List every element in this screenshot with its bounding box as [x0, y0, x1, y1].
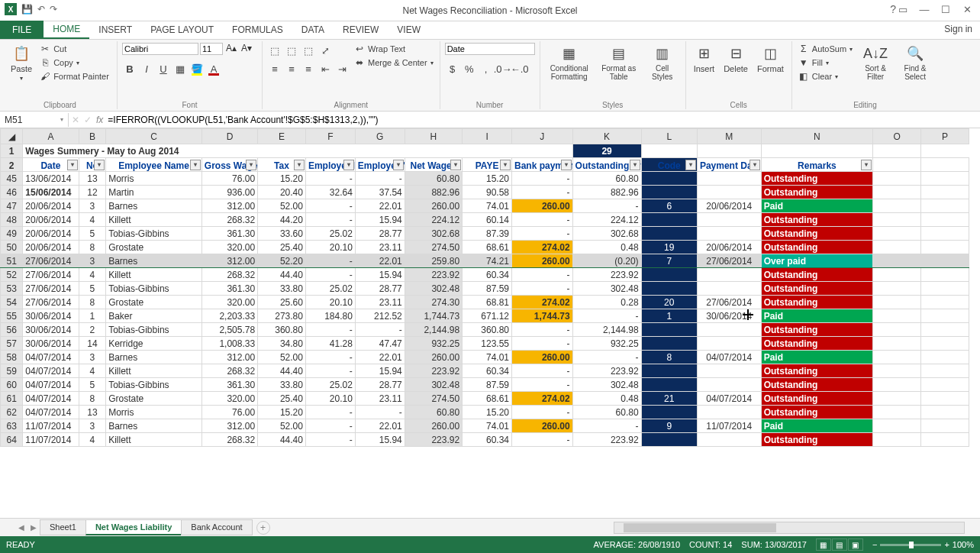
table-column-header[interactable]: PAYE▾ — [463, 158, 512, 172]
cell[interactable]: 33.80 — [258, 282, 306, 296]
cell[interactable]: 27/06/2014 — [697, 254, 761, 268]
table-column-header[interactable]: Code▾ — [641, 158, 697, 172]
table-row[interactable]: 4820/06/20144Killett268.3244.20-15.94224… — [1, 213, 969, 227]
italic-button[interactable]: I — [139, 61, 154, 76]
table-column-header[interactable]: Net Wages▾ — [405, 158, 462, 172]
cell[interactable]: 260.00 — [405, 351, 462, 364]
insert-cells-button[interactable]: ⊞Insert — [691, 43, 718, 75]
cell[interactable] — [873, 241, 921, 254]
cell[interactable]: - — [512, 406, 573, 419]
cell[interactable]: 13 — [79, 406, 106, 419]
cell[interactable]: 30/06/2014 — [697, 309, 761, 323]
cell[interactable]: 274.02 — [512, 241, 573, 254]
cell[interactable]: 320.00 — [201, 296, 257, 309]
cell[interactable] — [697, 337, 761, 351]
cell[interactable]: 273.80 — [258, 309, 306, 323]
row-header[interactable]: 57 — [1, 337, 23, 351]
cell[interactable]: 223.92 — [405, 364, 462, 378]
row-header[interactable]: 59 — [1, 364, 23, 378]
cell[interactable]: Morris — [106, 406, 202, 419]
format-painter-button[interactable]: 🖌Format Painter — [38, 70, 111, 82]
filter-icon[interactable]: ▾ — [561, 160, 572, 170]
cell[interactable]: Outstanding — [761, 378, 873, 392]
copy-button[interactable]: ⎘Copy▾ — [38, 57, 111, 69]
file-tab[interactable]: FILE — [0, 21, 44, 39]
align-center-icon[interactable]: ≡ — [284, 61, 299, 76]
cell[interactable]: 184.80 — [305, 309, 355, 323]
cell[interactable] — [697, 227, 761, 241]
conditional-formatting-button[interactable]: ▦Conditional Formatting — [545, 43, 594, 82]
cell[interactable]: 312.00 — [201, 199, 257, 213]
cell[interactable]: 25.60 — [258, 296, 306, 309]
cell[interactable]: 1,008.33 — [201, 337, 257, 351]
row-header[interactable]: 52 — [1, 268, 23, 282]
row-header[interactable]: 60 — [1, 378, 23, 392]
cell[interactable]: 274.30 — [405, 296, 462, 309]
ribbon-tab-page-layout[interactable]: PAGE LAYOUT — [141, 21, 223, 39]
cell[interactable]: 15.20 — [463, 172, 512, 186]
cell[interactable] — [873, 364, 921, 378]
cell[interactable] — [921, 227, 969, 241]
filter-icon[interactable]: ▾ — [630, 160, 640, 170]
cell[interactable]: - — [572, 199, 641, 213]
cell[interactable] — [873, 199, 921, 213]
cell[interactable]: 23.11 — [355, 296, 405, 309]
cell[interactable] — [873, 337, 921, 351]
cell[interactable]: 320.00 — [201, 392, 257, 406]
cell[interactable] — [873, 309, 921, 323]
cell[interactable]: 60.80 — [405, 406, 462, 419]
ribbon-tab-insert[interactable]: INSERT — [89, 21, 141, 39]
row-header[interactable]: 2 — [1, 158, 23, 172]
cell[interactable]: Outstanding — [761, 337, 873, 351]
cell[interactable]: 22.01 — [355, 199, 405, 213]
cell[interactable]: 260.00 — [405, 199, 462, 213]
cell[interactable]: 223.92 — [572, 364, 641, 378]
page-layout-view-icon[interactable]: ▤ — [832, 538, 847, 551]
close-icon[interactable]: ✕ — [957, 2, 977, 17]
table-row[interactable]: 5227/06/20144Killett268.3244.40-15.94223… — [1, 268, 969, 282]
cell[interactable]: 268.32 — [201, 268, 257, 282]
sort-filter-button[interactable]: A↓ZSort & Filter — [857, 43, 894, 82]
row-header[interactable]: 46 — [1, 186, 23, 199]
format-as-table-button[interactable]: ▤Format as Table — [597, 43, 641, 82]
cell[interactable]: - — [512, 268, 573, 282]
column-header[interactable]: P — [921, 129, 969, 144]
cell[interactable]: Tobias-Gibbins — [106, 227, 202, 241]
cell[interactable]: 361.30 — [201, 227, 257, 241]
row-header[interactable]: 62 — [1, 406, 23, 419]
decrease-font-icon[interactable]: A▾ — [240, 43, 253, 55]
cell[interactable]: 30/06/2014 — [23, 309, 79, 323]
cell[interactable]: 223.92 — [405, 433, 462, 447]
cell[interactable]: 25.02 — [305, 282, 355, 296]
cell[interactable]: Barnes — [106, 199, 202, 213]
accept-formula-icon[interactable]: ✓ — [84, 115, 92, 125]
cell[interactable] — [873, 296, 921, 309]
row-header[interactable]: 64 — [1, 433, 23, 447]
cell[interactable] — [921, 364, 969, 378]
filter-icon[interactable]: ▾ — [294, 160, 305, 170]
cell[interactable]: 268.32 — [201, 213, 257, 227]
cell[interactable]: 312.00 — [201, 351, 257, 364]
cell[interactable]: 0.28 — [572, 296, 641, 309]
cell[interactable] — [873, 406, 921, 419]
cell[interactable]: Outstanding — [761, 296, 873, 309]
cell[interactable]: 932.25 — [572, 337, 641, 351]
cell[interactable]: 268.32 — [201, 433, 257, 447]
cell[interactable]: 87.59 — [463, 282, 512, 296]
cell[interactable] — [921, 199, 969, 213]
cell[interactable]: 259.80 — [405, 254, 462, 268]
cell[interactable]: 360.80 — [463, 323, 512, 337]
filter-icon[interactable]: ▾ — [343, 160, 354, 170]
increase-indent-icon[interactable]: ⇥ — [334, 61, 350, 76]
align-left-icon[interactable]: ≡ — [267, 61, 282, 76]
cell[interactable] — [921, 296, 969, 309]
comma-format-icon[interactable]: , — [479, 61, 494, 76]
cell[interactable] — [921, 392, 969, 406]
cell[interactable]: 9 — [641, 419, 697, 433]
wrap-text-button[interactable]: ↩Wrap Text — [353, 43, 435, 55]
cell[interactable] — [873, 254, 921, 268]
cell[interactable]: 33.60 — [258, 227, 306, 241]
cell[interactable]: Outstanding — [761, 268, 873, 282]
table-row[interactable]: 4513/06/201413Morris76.0015.20--60.8015.… — [1, 172, 969, 186]
cell[interactable]: 4 — [79, 433, 106, 447]
